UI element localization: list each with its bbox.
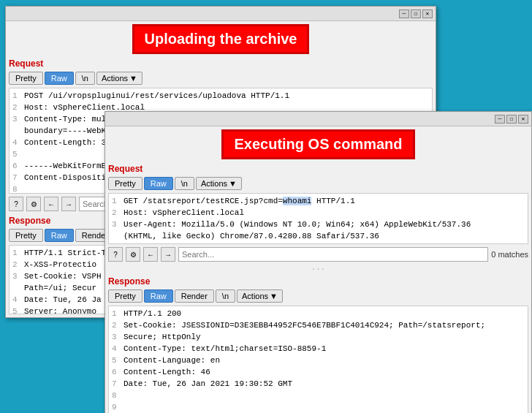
request-label-2: Request — [108, 164, 528, 174]
response-toolbar-2: Pretty Raw Render \n Actions ▼ — [108, 289, 528, 303]
minimize-btn[interactable]: ─ — [399, 10, 409, 18]
chevron-down-icon-3: ▼ — [270, 292, 278, 300]
settings-btn-1[interactable]: ⚙ — [26, 197, 41, 211]
titlebar-upload: ─ ☐ ✕ — [6, 7, 436, 21]
resp-tab-raw-2[interactable]: Raw — [144, 289, 173, 303]
request-label-1: Request — [9, 58, 433, 69]
resp-tab-n-2[interactable]: \n — [216, 289, 235, 303]
tab-n-1[interactable]: \n — [75, 72, 95, 85]
tab-raw-1[interactable]: Raw — [45, 72, 74, 85]
close-btn[interactable]: ✕ — [422, 10, 433, 18]
tab-pretty-2[interactable]: Pretty — [108, 177, 142, 190]
chevron-down-icon: ▼ — [129, 74, 137, 83]
settings-btn-2[interactable]: ⚙ — [126, 247, 140, 262]
help-btn-2[interactable]: ? — [108, 247, 123, 262]
window-rce: ─ ☐ ✕ Executing OS command Request Prett… — [104, 111, 532, 413]
request-toolbar-2: Pretty Raw \n Actions ▼ — [108, 177, 528, 190]
search-input-2[interactable] — [178, 247, 488, 262]
actions-btn-2[interactable]: Actions ▼ — [196, 177, 242, 190]
forward-btn-1[interactable]: → — [61, 197, 76, 211]
divider: ··· — [108, 265, 528, 273]
resp-tab-render-2[interactable]: Render — [175, 289, 214, 303]
resp-tab-raw-1[interactable]: Raw — [45, 229, 74, 242]
resp-tab-pretty-1[interactable]: Pretty — [9, 229, 43, 242]
response-label-2: Response — [108, 276, 528, 287]
tab-raw-2[interactable]: Raw — [144, 177, 173, 190]
maximize-btn-2[interactable]: ☐ — [506, 115, 517, 124]
matches-badge: 0 matches — [491, 250, 528, 259]
help-btn-1[interactable]: ? — [9, 197, 23, 211]
tab-n-2[interactable]: \n — [175, 177, 194, 190]
resp-tab-pretty-2[interactable]: Pretty — [108, 289, 142, 303]
response-code-2: 1HTTP/1.1 200 2Set-Cookie: JSESSIONID=D3… — [108, 306, 528, 413]
forward-btn-2[interactable]: → — [161, 247, 175, 262]
back-btn-2[interactable]: ← — [143, 247, 158, 262]
search-bar-2: ? ⚙ ← → 0 matches — [108, 246, 528, 263]
rce-banner: Executing OS command — [221, 129, 414, 159]
upload-banner: Uploading the archive — [132, 24, 310, 54]
titlebar-rce: ─ ☐ ✕ — [105, 112, 531, 126]
maximize-btn[interactable]: ☐ — [411, 10, 421, 18]
close-btn-2[interactable]: ✕ — [518, 115, 528, 124]
minimize-btn-2[interactable]: ─ — [495, 115, 505, 124]
tab-pretty-1[interactable]: Pretty — [9, 72, 43, 85]
resp-actions-btn-2[interactable]: Actions ▼ — [237, 289, 283, 303]
actions-btn-1[interactable]: Actions ▼ — [96, 72, 142, 85]
back-btn-1[interactable]: ← — [44, 197, 58, 211]
chevron-down-icon-2: ▼ — [229, 179, 237, 188]
request-code-2: 1GET /statsreport/testRCE.jsp?cmd=whoami… — [108, 193, 528, 244]
request-toolbar-1: Pretty Raw \n Actions ▼ — [9, 72, 433, 85]
